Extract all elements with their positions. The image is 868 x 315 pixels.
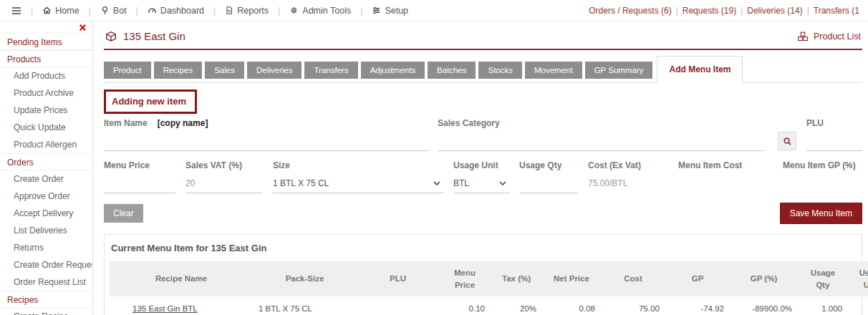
sidebar-item-pending-items[interactable]: Pending Items	[0, 33, 92, 50]
cell-usage-qty: 1.000	[798, 296, 848, 315]
main-menu: | Home | Bot | Dashboard | Reports	[9, 6, 411, 16]
size-select[interactable]: 1 BTL X 75 CL	[273, 173, 443, 193]
sidebar-item-accept-delivery[interactable]: Accept Delivery	[0, 205, 92, 222]
nav-item-reports[interactable]: Reports	[222, 6, 271, 16]
adding-new-item-heading: Adding new item	[104, 89, 197, 114]
menu-item-cost-field: Menu Item Cost	[678, 160, 773, 193]
current-menu-item-panel: Current Menu Item for 135 East Gin Recip…	[104, 234, 862, 315]
plu-input[interactable]	[806, 131, 862, 151]
tab-batches[interactable]: Batches	[428, 62, 476, 79]
col-tax: Tax (%)	[491, 261, 542, 296]
nav-label: Admin Tools	[302, 6, 351, 16]
sidebar-item-orders[interactable]: Orders	[0, 153, 92, 170]
menu-price-field: Menu Price	[104, 160, 175, 193]
sidebar-item-create-order-request[interactable]: Create Order Request	[0, 256, 92, 273]
copy-name-label[interactable]: [copy name]	[158, 118, 208, 128]
tab-movement[interactable]: Movement	[525, 62, 582, 79]
tab-adjustments[interactable]: Adjustments	[361, 62, 425, 79]
sales-vat-input[interactable]: 20	[185, 173, 263, 193]
sales-category-label: Sales Category	[438, 118, 763, 131]
usage-qty-label: Usage Qty	[519, 160, 578, 173]
tab-transfers[interactable]: Transfers	[304, 62, 357, 79]
item-name-label: Item Name[copy name]	[104, 118, 428, 131]
tab-product[interactable]: Product	[104, 62, 151, 79]
page-title-group: 135 East Gin	[105, 30, 185, 42]
table-row: 135 East Gin BTL 1 BTL X 75 CL 0.10 20% …	[110, 296, 868, 315]
item-name-input[interactable]	[104, 131, 428, 151]
usage-qty-input[interactable]	[519, 173, 578, 193]
nav-divider: |	[271, 6, 286, 16]
sidebar-item-returns[interactable]: Returns	[0, 239, 92, 256]
main-content: 135 East Gin Product List Product Recipe…	[93, 21, 868, 315]
nav-item-dashboard[interactable]: Dashboard	[145, 6, 207, 16]
sidebar-item-create-recipe[interactable]: Create Recipe	[0, 308, 92, 315]
sidebar-item-create-order[interactable]: Create Order	[0, 170, 92, 188]
sales-vat-field: Sales VAT (%) 20	[185, 160, 263, 193]
item-name-label-text: Item Name	[104, 118, 148, 128]
sidebar-item-add-products[interactable]: Add Products	[0, 67, 92, 84]
sales-category-field: Sales Category	[438, 118, 763, 151]
menu-item-gp-label: Menu Item GP (%)	[783, 160, 862, 173]
size-field: Size 1 BTL X 75 CL	[273, 160, 443, 193]
sidebar: Pending Items Products Add Products Prod…	[0, 21, 93, 315]
sales-category-input[interactable]	[438, 131, 763, 151]
tab-deliveries[interactable]: Deliveries	[247, 62, 302, 79]
col-net-price: Net Price	[542, 261, 601, 296]
tab-stocks[interactable]: Stocks	[478, 62, 522, 79]
nav-label: Home	[55, 6, 79, 16]
col-pack-size: Pack-Size	[253, 261, 357, 296]
nav-item-setup[interactable]: Setup	[369, 6, 411, 16]
menu-item-cost-value	[678, 173, 773, 193]
sales-vat-label: Sales VAT (%)	[185, 160, 263, 173]
col-gp-pct: GP (%)	[730, 261, 798, 296]
product-cube-icon	[105, 31, 117, 42]
tab-add-menu-item[interactable]: Add Menu Item	[657, 56, 743, 83]
nav-label: Reports	[237, 6, 269, 16]
sidebar-item-update-prices[interactable]: Update Prices	[0, 102, 92, 119]
cell-tax: 20%	[491, 296, 542, 315]
tab-recipes[interactable]: Recipes	[154, 62, 203, 79]
nav-item-home[interactable]: Home	[39, 6, 82, 16]
menu-price-input[interactable]	[104, 173, 175, 193]
search-button[interactable]	[778, 132, 796, 150]
home-icon	[42, 6, 52, 15]
form-row-1: Item Name[copy name] Sales Category PLU	[104, 118, 862, 151]
tab-gp-summary[interactable]: GP Summary	[585, 62, 653, 79]
sidebar-item-products[interactable]: Products	[0, 50, 92, 67]
nav-item-admin-tools[interactable]: Admin Tools	[286, 6, 354, 16]
dashboard-icon	[148, 6, 157, 15]
transfers-link[interactable]: Transfers (1	[814, 6, 859, 16]
orders-requests-link[interactable]: Orders / Requests (6)	[589, 6, 671, 16]
product-list-link[interactable]: Product List	[797, 32, 861, 42]
sidebar-item-list-deliveries[interactable]: List Deliveries	[0, 222, 92, 239]
nav-divider: |	[207, 6, 222, 16]
save-menu-item-button[interactable]: Save Menu Item	[780, 203, 862, 224]
menu-item-gp-value	[783, 173, 862, 193]
sidebar-item-product-archive[interactable]: Product Archive	[0, 84, 92, 102]
deliveries-link[interactable]: Deliveries (14)	[747, 6, 802, 16]
chevron-down-icon	[499, 181, 509, 185]
sidebar-item-product-allergen[interactable]: Product Allergen	[0, 136, 92, 153]
tab-sales[interactable]: Sales	[205, 62, 244, 79]
cost-ex-vat-field: Cost (Ex Vat) 75.00/BTL	[588, 160, 668, 193]
page-header: 135 East Gin Product List	[104, 26, 862, 50]
cost-ex-vat-text: 75.00/BTL	[588, 178, 627, 188]
sidebar-item-quick-update[interactable]: Quick Update	[0, 119, 92, 136]
usage-unit-label: Usage Unit	[453, 160, 509, 173]
sidebar-item-recipes[interactable]: Recipes	[0, 291, 92, 308]
sidebar-item-approve-order[interactable]: Approve Order	[0, 188, 92, 205]
hamburger-menu-button[interactable]	[9, 6, 24, 15]
usage-qty-field: Usage Qty	[519, 160, 578, 193]
sidebar-item-order-request-list[interactable]: Order Request List	[0, 273, 92, 291]
nav-divider: |	[82, 6, 97, 16]
cell-usage-unit: BTL	[848, 296, 868, 315]
usage-unit-select[interactable]: BTL	[453, 173, 509, 193]
clear-button[interactable]: Clear	[104, 204, 143, 223]
current-menu-item-title: Current Menu Item for 135 East Gin	[105, 235, 862, 261]
close-icon[interactable]	[79, 24, 87, 32]
product-list-label: Product List	[814, 32, 861, 42]
menu-item-table: Recipe Name Pack-Size PLU Menu Price Tax…	[110, 261, 868, 315]
nav-item-bot[interactable]: Bot	[97, 6, 130, 16]
requests-link[interactable]: Requests (19)	[683, 6, 736, 16]
recipe-link[interactable]: 135 East Gin BTL	[132, 304, 198, 313]
